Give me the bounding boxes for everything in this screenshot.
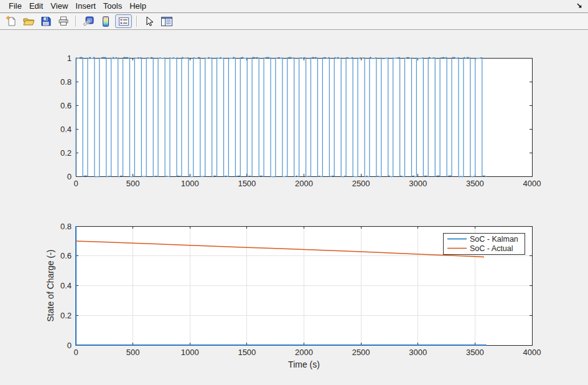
y-tick-label: 0 bbox=[67, 341, 72, 350]
x-tick-label: 3000 bbox=[409, 348, 427, 357]
x-tick-label: 1500 bbox=[238, 179, 256, 188]
new-figure-button[interactable] bbox=[3, 14, 19, 28]
save-icon bbox=[41, 16, 51, 26]
menu-view[interactable]: View bbox=[47, 0, 72, 12]
subplot-1: 0500100015002000250030003500400000.20.40… bbox=[45, 222, 541, 370]
x-tick-label: 0 bbox=[73, 179, 78, 188]
y-tick-label: 1 bbox=[67, 54, 72, 63]
link-plot-icon bbox=[83, 16, 94, 26]
colorbar-icon bbox=[102, 16, 110, 27]
x-tick-label: 2500 bbox=[352, 179, 370, 188]
menu-tools[interactable]: Tools bbox=[100, 0, 126, 12]
x-tick-label: 3500 bbox=[466, 348, 484, 357]
subplot-0: 0500100015002000250030003500400000.20.40… bbox=[60, 54, 541, 189]
insert-colorbar-button[interactable] bbox=[98, 14, 113, 28]
x-tick-label: 1000 bbox=[181, 179, 199, 188]
save-figure-button[interactable] bbox=[38, 14, 54, 28]
x-tick-label: 1000 bbox=[181, 348, 199, 357]
y-tick-label: 0.2 bbox=[60, 148, 72, 158]
dock-figure-icon bbox=[576, 2, 583, 9]
new-document-icon bbox=[6, 16, 17, 27]
edit-plot-arrow-icon bbox=[144, 16, 154, 27]
x-tick-label: 0 bbox=[73, 348, 78, 357]
menu-file[interactable]: File bbox=[5, 0, 26, 12]
x-tick-label: 3500 bbox=[466, 179, 484, 188]
y-tick-label: 0.8 bbox=[60, 222, 72, 231]
legend-label: SoC - Kalman bbox=[470, 235, 518, 244]
toolbar-separator bbox=[136, 16, 137, 27]
print-icon bbox=[58, 16, 69, 26]
plot-browser-button[interactable] bbox=[159, 14, 174, 28]
x-tick-label: 4000 bbox=[523, 348, 541, 357]
y-tick-label: 0.8 bbox=[60, 77, 72, 87]
y-axis-label: State of Charge (-) bbox=[45, 250, 55, 322]
legend-label: SoC - Actual bbox=[470, 244, 513, 253]
x-tick-label: 500 bbox=[126, 348, 140, 357]
figure-canvas: 0500100015002000250030003500400000.20.40… bbox=[0, 30, 588, 385]
x-tick-label: 500 bbox=[126, 179, 140, 188]
open-folder-icon bbox=[22, 16, 35, 26]
y-tick-label: 0 bbox=[67, 172, 72, 181]
x-tick-label: 2000 bbox=[295, 179, 313, 188]
plot-browser-icon bbox=[161, 17, 172, 26]
menu-insert[interactable]: Insert bbox=[72, 0, 100, 12]
y-tick-label: 0.4 bbox=[60, 281, 72, 290]
open-file-button[interactable] bbox=[21, 14, 36, 28]
toolbar-separator bbox=[75, 16, 76, 27]
figure-toolbar bbox=[0, 13, 588, 30]
dock-figure-button[interactable] bbox=[575, 1, 584, 10]
x-tick-label: 4000 bbox=[523, 179, 541, 188]
x-tick-label: 3000 bbox=[409, 179, 427, 188]
edit-plot-button[interactable] bbox=[141, 14, 157, 28]
x-tick-label: 2500 bbox=[352, 348, 370, 357]
y-tick-label: 0.6 bbox=[60, 101, 72, 110]
insert-legend-button[interactable] bbox=[115, 14, 132, 28]
x-tick-label: 1500 bbox=[238, 348, 256, 357]
x-tick-label: 2000 bbox=[295, 348, 313, 357]
legend[interactable]: SoC - KalmanSoC - Actual bbox=[443, 233, 525, 254]
y-tick-label: 0.4 bbox=[60, 125, 72, 134]
print-figure-button[interactable] bbox=[55, 14, 71, 28]
menu-bar: File Edit View Insert Tools Help bbox=[0, 0, 588, 13]
menu-help[interactable]: Help bbox=[126, 0, 150, 12]
legend-icon bbox=[119, 17, 129, 26]
y-tick-label: 0.2 bbox=[60, 311, 72, 320]
x-axis-label: Time (s) bbox=[288, 359, 320, 369]
y-tick-label: 0.6 bbox=[60, 251, 72, 260]
menu-edit[interactable]: Edit bbox=[26, 0, 47, 12]
link-plot-button[interactable] bbox=[80, 14, 96, 28]
matlab-figure-window: { "window": { "menu_items": ["File", "Ed… bbox=[0, 0, 588, 385]
